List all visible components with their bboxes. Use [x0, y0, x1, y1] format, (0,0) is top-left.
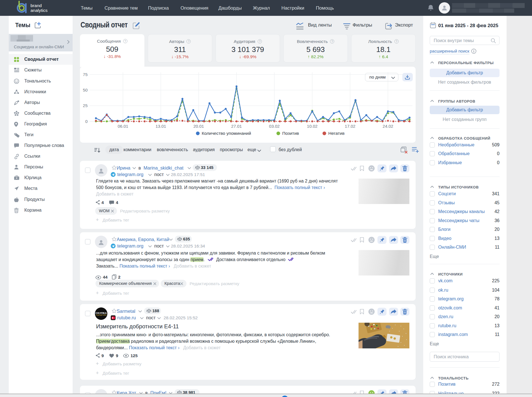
svg-text:10.02: 10.02: [307, 124, 318, 129]
svg-text:50: 50: [83, 88, 88, 92]
svg-text:Негатив: Негатив: [328, 131, 344, 136]
svg-text:06.01: 06.01: [118, 124, 128, 129]
svg-text:Позитив: Позитив: [282, 131, 299, 136]
svg-text:24.02: 24.02: [383, 124, 393, 129]
svg-text:13.01: 13.01: [155, 124, 166, 129]
svg-text:0: 0: [85, 119, 88, 124]
svg-text:27.01: 27.01: [231, 124, 242, 129]
svg-text:75: 75: [83, 72, 88, 77]
svg-text:Количество упоминаний: Количество упоминаний: [202, 131, 251, 136]
svg-text:20.01: 20.01: [193, 124, 204, 129]
svg-text:17.02: 17.02: [345, 124, 355, 129]
svg-text:25: 25: [83, 103, 88, 108]
svg-text:03.02: 03.02: [269, 124, 280, 129]
